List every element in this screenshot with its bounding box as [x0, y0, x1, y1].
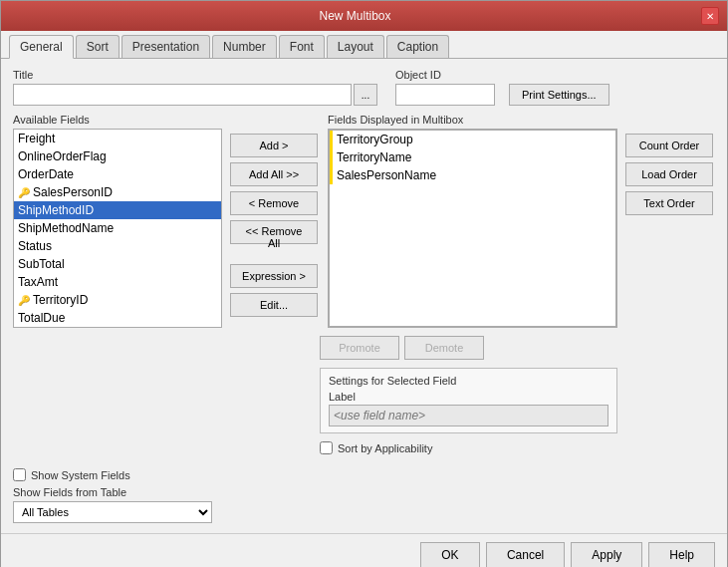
edit-button[interactable]: Edit... — [230, 293, 318, 317]
cancel-button[interactable]: Cancel — [486, 542, 565, 567]
title-row: Title ... Object ID Print Settings... — [13, 69, 715, 106]
add-all-button[interactable]: Add All >> — [230, 162, 318, 186]
count-order-button[interactable]: Count Order — [625, 134, 713, 157]
title-label: Title — [13, 69, 377, 81]
sort-applicability-row: Sort by Applicability — [320, 441, 715, 454]
show-system-fields-row: Show System Fields — [13, 468, 715, 481]
close-button[interactable]: ✕ — [701, 7, 719, 25]
tab-caption[interactable]: Caption — [386, 35, 449, 58]
list-item[interactable]: Freight — [14, 130, 221, 147]
browse-button[interactable]: ... — [354, 84, 377, 106]
fields-displayed-panel: Fields Displayed in Multibox TerritoryGr… — [328, 114, 617, 328]
window-title: New Multibox — [9, 9, 701, 23]
tab-content: Title ... Object ID Print Settings... Av… — [1, 59, 727, 533]
tab-general[interactable]: General — [9, 35, 74, 59]
list-item[interactable]: 🔑SalesPersonID — [14, 183, 221, 201]
fields-displayed-label: Fields Displayed in Multibox — [328, 114, 617, 126]
available-fields-panel: Available Fields Freight OnlineOrderFlag… — [13, 114, 222, 328]
list-item[interactable]: OrderDate — [14, 165, 221, 183]
settings-box: Settings for Selected Field Label — [320, 368, 617, 433]
remove-all-button[interactable]: << Remove All — [230, 220, 318, 244]
main-window: New Multibox ✕ General Sort Presentation… — [0, 0, 728, 567]
list-item[interactable]: OnlineOrderFlag — [14, 147, 221, 165]
list-item[interactable]: SubTotal — [14, 255, 221, 273]
object-id-input[interactable] — [395, 84, 495, 106]
middle-buttons: Add > Add All >> < Remove << Remove All … — [230, 114, 320, 328]
main-area: Available Fields Freight OnlineOrderFlag… — [13, 114, 715, 328]
fields-displayed-listbox[interactable]: TerritoryGroup TerritoryName SalesPerson… — [328, 129, 617, 328]
list-item[interactable]: ShipMethodName — [14, 219, 221, 237]
show-system-fields-checkbox[interactable] — [13, 468, 26, 481]
sort-applicability-checkbox[interactable] — [320, 441, 333, 454]
table-select[interactable]: All Tables — [13, 501, 212, 523]
tab-bar: General Sort Presentation Number Font La… — [1, 31, 727, 59]
key-icon: 🔑 — [18, 295, 30, 306]
settings-label-input[interactable] — [329, 405, 608, 426]
tab-number[interactable]: Number — [212, 35, 277, 58]
sort-applicability-label: Sort by Applicability — [338, 442, 432, 454]
promote-button[interactable]: Promote — [320, 336, 399, 360]
bottom-left-controls: Show System Fields Show Fields from Tabl… — [13, 464, 715, 523]
apply-button[interactable]: Apply — [571, 542, 642, 567]
text-order-button[interactable]: Text Order — [625, 191, 713, 215]
list-item[interactable]: ShipMethodID — [14, 201, 221, 219]
expression-button[interactable]: Expression > — [230, 264, 318, 288]
print-settings-button[interactable]: Print Settings... — [509, 84, 609, 106]
list-item[interactable]: TotalDue — [14, 309, 221, 327]
add-button[interactable]: Add > — [230, 134, 318, 157]
available-fields-listbox[interactable]: Freight OnlineOrderFlag OrderDate 🔑Sales… — [13, 129, 222, 328]
tab-layout[interactable]: Layout — [327, 35, 384, 58]
title-group: Title ... — [13, 69, 377, 106]
list-item[interactable]: TerritoryName — [330, 148, 615, 166]
label-label: Label — [329, 391, 608, 403]
key-icon: 🔑 — [18, 187, 30, 198]
list-item[interactable]: TerritoryGroup — [330, 131, 615, 148]
show-system-fields-label: Show System Fields — [31, 469, 130, 481]
tab-presentation[interactable]: Presentation — [121, 35, 210, 58]
promote-demote-row: Promote Demote — [320, 336, 715, 360]
list-item[interactable]: 🔑TerritoryID — [14, 291, 221, 309]
right-buttons: Count Order Load Order Text Order — [625, 114, 715, 328]
show-fields-from-group: Show Fields from Table All Tables — [13, 486, 715, 523]
load-order-button[interactable]: Load Order — [625, 162, 713, 186]
object-id-label: Object ID — [395, 69, 495, 81]
title-bar: New Multibox ✕ — [1, 1, 727, 31]
show-fields-from-label: Show Fields from Table — [13, 486, 715, 498]
object-id-group: Object ID — [395, 69, 495, 106]
bottom-bar: OK Cancel Apply Help — [1, 533, 727, 567]
tab-font[interactable]: Font — [279, 35, 325, 58]
available-fields-label: Available Fields — [13, 114, 222, 126]
tab-sort[interactable]: Sort — [76, 35, 120, 58]
list-item[interactable]: Status — [14, 237, 221, 255]
settings-title: Settings for Selected Field — [329, 375, 608, 387]
demote-button[interactable]: Demote — [404, 336, 484, 360]
list-item[interactable]: SalesPersonName — [330, 166, 615, 184]
remove-button[interactable]: < Remove — [230, 191, 318, 215]
ok-button[interactable]: OK — [420, 542, 480, 567]
help-button[interactable]: Help — [648, 542, 715, 567]
list-item[interactable]: TaxAmt — [14, 273, 221, 291]
title-input[interactable] — [13, 84, 352, 106]
